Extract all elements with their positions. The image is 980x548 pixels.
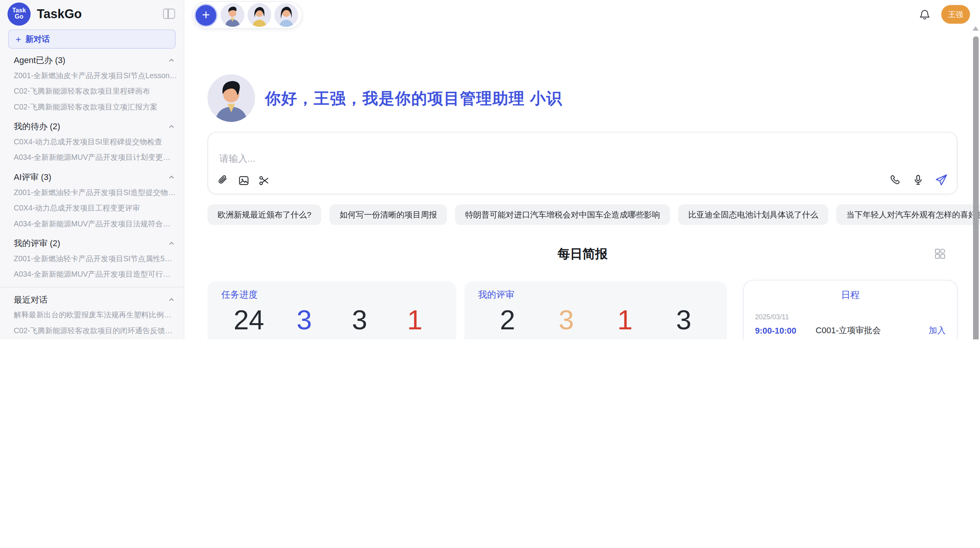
new-chat-button[interactable]: + 新对话 (8, 29, 176, 49)
scroll-up-arrow[interactable] (973, 26, 979, 31)
sidebar-section-title: 我的待办 (2) (14, 121, 60, 132)
chevron-up-icon[interactable] (168, 296, 175, 303)
event-title: C001-立项审批会 (816, 325, 929, 336)
schedule-title: 日程 (744, 289, 957, 301)
agent-avatar[interactable] (221, 3, 244, 27)
suggestion-chip[interactable]: 特朗普可能对进口汽车增税会对中国车企造成哪些影响 (455, 204, 670, 225)
scissors-icon[interactable] (258, 175, 271, 187)
sidebar-section-recent: 最近对话 解释最新出台的欧盟报废车法规再生塑料比例被调至15%...C02-飞腾… (0, 292, 184, 339)
sidebar: Task Go TaskGo + 新对话 Agent已办 (3) Z001-全新… (0, 0, 184, 339)
sidebar-item[interactable]: Z001-全新燃油皮卡产品开发项目SI节点Lesson Learn报告 (0, 68, 184, 84)
user-avatar[interactable]: 王强 (941, 5, 970, 24)
stat-value: 3 (332, 303, 387, 337)
sidebar-item[interactable]: 公司Q3轻卡销量 (0, 339, 184, 339)
stat: 3 我的待办 (332, 303, 387, 339)
stat: 24 新增完成任务 (221, 303, 277, 339)
stat: 3 新增AI完成任务 (277, 303, 332, 339)
suggestion-chip[interactable]: 欧洲新规最近颁布了什么? (207, 204, 321, 225)
chevron-up-icon[interactable] (168, 57, 175, 64)
stat-value: 3 (654, 303, 713, 337)
sidebar-item[interactable]: A034-全新新能源MUV产品开发项目造型可行性评审 (0, 267, 184, 283)
suggestion-chip[interactable]: 当下年轻人对汽车外观有怎样的喜好趋势 (836, 204, 980, 225)
sidebar-item[interactable]: A034-全新新能源MUV产品开发项目计划变更表编写 (0, 150, 184, 166)
sidebar-item[interactable]: C02-飞腾新能源轻客改款项目立项汇报方案 (0, 99, 184, 115)
stat: 2 进行中 (478, 303, 537, 339)
app-window: Task Go TaskGo + 新对话 Agent已办 (3) Z001-全新… (0, 0, 980, 339)
sidebar-section-title: AI评审 (3) (14, 171, 51, 183)
schedule-card: 日程 2025/03/11 9:00-10:00 C001-立项审批会 加入 2… (743, 280, 958, 339)
plus-icon: + (15, 34, 21, 44)
sidebar-section-title: 最近对话 (14, 294, 48, 305)
notification-bell-icon[interactable] (919, 9, 931, 21)
sidebar-item[interactable]: C0X4-动力总成开发项目SI里程碑提交物检查 (0, 134, 184, 150)
layout-grid-icon[interactable] (934, 247, 946, 260)
stat-value: 1 (596, 303, 654, 337)
sidebar-section-header[interactable]: 我的待办 (2) (0, 119, 184, 134)
stat: 3 AI预评审 (537, 303, 596, 339)
sidebar-item[interactable]: 解释最新出台的欧盟报废车法规再生塑料比例被调至15%... (0, 307, 184, 323)
vertical-scrollbar[interactable] (973, 36, 979, 339)
briefing-title: 每日简报 (207, 246, 958, 263)
sidebar-section-header[interactable]: 最近对话 (0, 292, 184, 307)
sidebar-section: 我的待办 (2) C0X4-动力总成开发项目SI里程碑提交物检查A034-全新新… (0, 119, 184, 166)
event-join-link[interactable]: 加入 (929, 325, 946, 336)
main-area: + 王强 你好，王强，我是你的项目管理助理 小识 (184, 0, 980, 339)
agent-avatar-group: + (192, 1, 302, 29)
stat: 1 已逾期 (387, 303, 442, 339)
chat-input[interactable] (218, 152, 783, 164)
sidebar-item[interactable]: Z001-全新燃油轻卡产品开发项目SI节点属性5D文件评审 (0, 251, 184, 267)
briefing-card: 任务进度 24 新增完成任务 3 新增AI完成任务 3 我的待办 1 已逾期 (207, 281, 456, 339)
sidebar-item[interactable]: C0X4-动力总成开发项目工程变更评审 (0, 200, 184, 216)
microphone-icon[interactable] (912, 174, 924, 186)
stat-value: 1 (387, 303, 442, 337)
chevron-up-icon[interactable] (168, 174, 175, 181)
app-title: TaskGo (37, 7, 82, 21)
app-logo: Task Go (7, 2, 31, 26)
add-agent-button[interactable]: + (194, 3, 218, 27)
briefing-card-title: 我的评审 (478, 289, 713, 301)
sidebar-item[interactable]: C02-飞腾新能源轻客改款项目里程碑画布 (0, 84, 184, 99)
sidebar-section-title: 我的评审 (2) (14, 238, 60, 249)
assistant-avatar (207, 74, 255, 122)
sidebar-section-title: Agent已办 (3) (14, 55, 65, 66)
sidebar-section: Agent已办 (3) Z001-全新燃油皮卡产品开发项目SI节点Lesson … (0, 53, 184, 115)
stat-value: 24 (221, 303, 277, 337)
chevron-up-icon[interactable] (168, 123, 175, 130)
stat-value: 3 (537, 303, 596, 337)
stat-value: 3 (277, 303, 332, 337)
sidebar-item[interactable]: Z001-全新燃油轻卡产品开发项目SI造型提交物评审 (0, 185, 184, 200)
event-time: 9:00-10:00 (755, 326, 816, 335)
chat-input-box (207, 132, 958, 194)
agent-avatar[interactable] (247, 3, 271, 27)
sidebar-section-header[interactable]: 我的评审 (2) (0, 236, 184, 251)
stat-value: 2 (478, 303, 537, 337)
event-date: 2025/03/11 (755, 313, 946, 320)
briefing-card-title: 任务进度 (221, 289, 443, 301)
agent-avatar[interactable] (274, 3, 298, 27)
send-icon[interactable] (934, 173, 948, 187)
suggestion-chip[interactable]: 比亚迪全固态电池计划具体说了什么 (678, 204, 828, 225)
sidebar-item[interactable]: C02-飞腾新能源轻客改款项目的闭环通告反馈情况 (0, 323, 184, 339)
stat: 3 待评审 (654, 303, 713, 339)
stat: 1 已逾期 (596, 303, 654, 339)
greeting-text: 你好，王强，我是你的项目管理助理 小识 (265, 88, 563, 108)
suggestion-chip[interactable]: 如何写一份清晰的项目周报 (329, 204, 447, 225)
sidebar-section-header[interactable]: AI评审 (3) (0, 170, 184, 185)
sidebar-section: 我的评审 (2) Z001-全新燃油轻卡产品开发项目SI节点属性5D文件评审A0… (0, 236, 184, 283)
briefing-card: 我的评审 2 进行中 3 AI预评审 1 已逾期 3 待评审 (464, 281, 727, 339)
image-upload-icon[interactable] (238, 175, 250, 187)
divider (0, 287, 184, 288)
schedule-event: 2025/03/11 9:00-10:00 C001-立项审批会 加入 (744, 307, 957, 339)
sidebar-collapse-icon[interactable] (163, 9, 175, 19)
attachment-icon[interactable] (217, 175, 229, 187)
voice-call-icon[interactable] (889, 174, 902, 186)
sidebar-section: AI评审 (3) Z001-全新燃油轻卡产品开发项目SI造型提交物评审C0X4-… (0, 170, 184, 232)
chevron-up-icon[interactable] (168, 240, 175, 247)
sidebar-item[interactable]: A034-全新新能源MUV产品开发项目法规符合性评审 (0, 216, 184, 232)
sidebar-section-header[interactable]: Agent已办 (3) (0, 53, 184, 68)
